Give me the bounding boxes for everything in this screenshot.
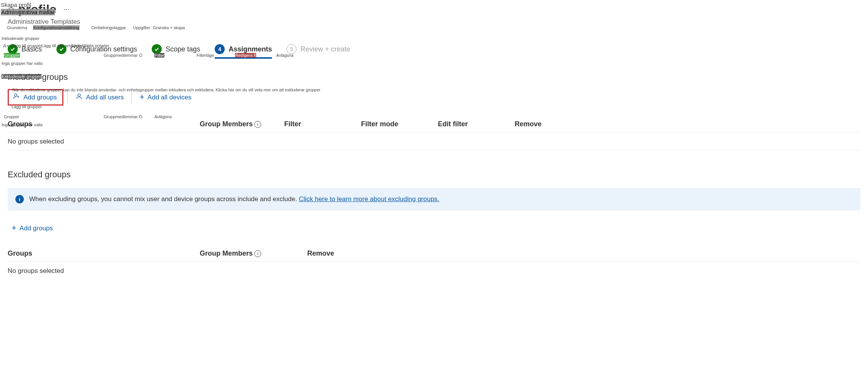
add-excluded-groups-label: Add groups [20, 225, 53, 232]
step-label: Review + create [300, 45, 350, 53]
excluded-groups-heading: Excluded groups [8, 170, 860, 180]
step-number-badge: 5 [287, 44, 297, 54]
ghost-included-label: Inkluderade grupper [2, 36, 39, 41]
ghost-tab-4: Granska + skapa [153, 25, 185, 30]
excluded-info-text: When excluding groups, you cannot mix us… [29, 195, 439, 203]
excluded-info-banner: i When excluding groups, you cannot mix … [8, 188, 860, 210]
plus-icon: + [139, 93, 144, 101]
info-icon[interactable]: i [254, 250, 261, 257]
step-config[interactable]: Configuration settings [56, 44, 137, 59]
annotation-highlight: Add groups [8, 89, 63, 106]
add-all-users-button[interactable]: Add all users [71, 89, 128, 106]
separator [131, 91, 132, 104]
stepper: Basics Configuration settings Scope tags… [8, 44, 860, 59]
page-title-main: profile [18, 2, 56, 16]
step-label: Basics [22, 45, 42, 53]
info-icon: i [15, 195, 24, 203]
step-label: Configuration settings [70, 45, 137, 53]
included-groups-columns: Groups Group Membersi Filter Filter mode… [8, 116, 860, 132]
ghost-no-groups: Inga grupper har valts [2, 61, 43, 66]
ghost-tab-0: Grunderna [7, 25, 27, 30]
col-filter-mode: Filter mode [361, 120, 438, 128]
excluded-groups-columns: Groups Group Membersi Remove [8, 246, 860, 262]
ghost-tab-3: Uppgifter [133, 25, 151, 30]
svg-point-0 [14, 94, 17, 96]
svg-point-1 [78, 94, 81, 96]
add-all-users-label: Add all users [86, 94, 124, 101]
check-icon [152, 44, 162, 54]
included-groups-empty: No groups selected [8, 132, 860, 150]
page-title: e profile [8, 2, 56, 17]
col-groups: Groups [8, 249, 200, 258]
add-all-devices-label: Add all devices [147, 94, 191, 101]
col-filter: Filter [284, 120, 361, 128]
page-title-row: e profile ··· [8, 2, 860, 17]
step-basics[interactable]: Basics [8, 44, 42, 59]
included-groups-heading: Included groups [8, 72, 860, 82]
add-groups-button[interactable]: Add groups [9, 90, 61, 104]
step-number-badge: 4 [215, 44, 225, 54]
col-edit-filter: Edit filter [438, 120, 515, 128]
ghost-tab-1: Konfigurationsinställning [33, 25, 80, 30]
col-groups: Groups [8, 120, 200, 128]
step-assignments[interactable]: 4 Assignments [215, 44, 272, 59]
col-group-members: Group Membersi [200, 249, 307, 258]
add-groups-label: Add groups [23, 94, 57, 101]
ghost-tab-2: Omfattningstaggar [91, 25, 126, 30]
page-title-obscured: e [8, 2, 15, 16]
plus-icon: + [12, 224, 17, 232]
overflow-menu-button[interactable]: ··· [61, 4, 71, 15]
included-actions-row: Add groups Add all users + Add all devic… [8, 89, 860, 106]
info-icon[interactable]: i [254, 121, 261, 128]
excluded-info-link[interactable]: Click here to learn more about excluding… [299, 195, 439, 203]
excluded-groups-empty: No groups selected [8, 262, 860, 279]
col-group-members: Group Membersi [200, 120, 284, 128]
page-subtitle: Administrative Templates [8, 18, 860, 26]
excluded-actions-row: + Add groups [8, 222, 860, 235]
check-icon [8, 44, 18, 54]
person-plus-icon [13, 92, 20, 102]
col-remove: Remove [307, 249, 860, 258]
check-icon [56, 44, 66, 54]
step-scope-tags[interactable]: Scope tags [152, 44, 200, 59]
separator [67, 91, 68, 104]
step-review: 5 Review + create [287, 44, 350, 59]
step-label: Assignments [229, 45, 272, 53]
step-label: Scope tags [166, 45, 200, 53]
person-icon [75, 92, 83, 102]
add-all-devices-button[interactable]: + Add all devices [136, 89, 195, 106]
add-excluded-groups-button[interactable]: + Add groups [8, 222, 57, 235]
col-remove: Remove [515, 120, 860, 128]
